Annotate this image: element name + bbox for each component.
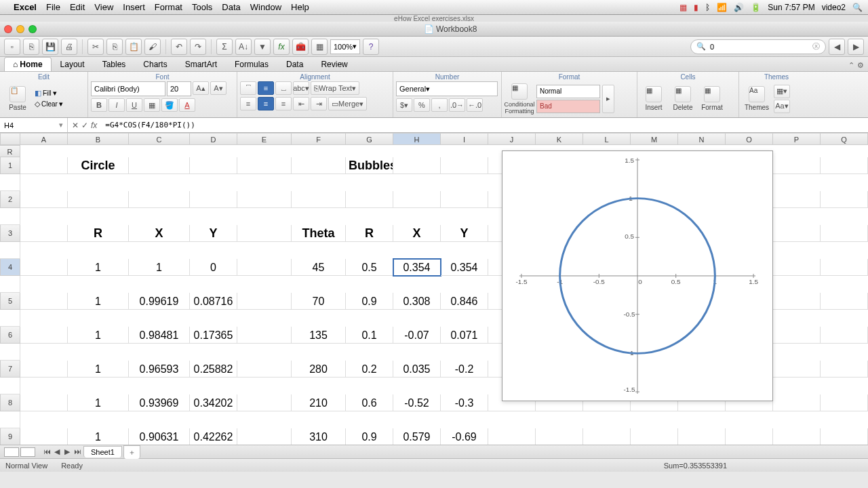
cell-J9[interactable] (488, 428, 536, 445)
cell-F5[interactable]: 70 (292, 293, 346, 310)
theme-fonts-button[interactable]: Aa▾ (774, 100, 790, 113)
row-header-5[interactable]: 5 (0, 293, 20, 310)
tab-home[interactable]: ⌂Home (4, 57, 52, 71)
col-header-F[interactable]: F (292, 133, 346, 145)
cell-F4[interactable]: 45 (292, 259, 346, 276)
cell-D2[interactable] (190, 191, 237, 208)
cell-H1[interactable] (393, 157, 441, 174)
cell-A4[interactable] (20, 259, 68, 276)
cell-F2[interactable] (292, 191, 346, 208)
autosum-button[interactable]: Σ (216, 39, 233, 55)
cell-H8[interactable]: -0.52 (393, 394, 441, 411)
cell-A1[interactable] (20, 157, 68, 174)
search-box[interactable]: 🔍 ⓧ (690, 39, 826, 54)
nav-prev-button[interactable]: ◀ (829, 39, 845, 55)
cell-R7[interactable] (0, 378, 20, 394)
cell-G9[interactable]: 0.9 (346, 428, 393, 445)
col-header-O[interactable]: O (726, 133, 773, 145)
cell-I4[interactable]: 0.354 (441, 259, 488, 276)
cell-Q5[interactable] (821, 293, 868, 310)
cell-C2[interactable] (129, 191, 190, 208)
tab-formulas[interactable]: Formulas (226, 57, 277, 71)
user-name[interactable]: video2 (822, 3, 846, 12)
cell-A7[interactable] (20, 361, 68, 378)
conditional-formatting-button[interactable]: ▦Conditional Formatting (505, 82, 534, 116)
fx-button[interactable]: fx (273, 39, 290, 55)
cell-D6[interactable]: 0.17365 (190, 327, 237, 344)
fill-color-button[interactable]: 🪣 (161, 98, 178, 112)
align-middle-button[interactable]: ≡ (258, 81, 274, 95)
cell-D9[interactable]: 0.42262 (190, 428, 237, 445)
cell-Q9[interactable] (821, 428, 868, 445)
cell-R5[interactable] (0, 310, 20, 327)
bold-button[interactable]: B (91, 98, 107, 112)
cell-E2[interactable] (237, 191, 292, 208)
cell-C5[interactable]: 0.99619 (129, 293, 190, 310)
cell-G3[interactable]: R (346, 225, 393, 242)
align-top-button[interactable]: ⎴ (240, 81, 256, 95)
tab-smartart[interactable]: SmartArt (176, 57, 226, 71)
cell-E1[interactable] (237, 157, 292, 174)
wifi-icon[interactable]: 📶 (717, 3, 727, 12)
page-layout-view-button[interactable] (20, 447, 35, 457)
col-header-G[interactable]: G (346, 133, 393, 145)
cell-F6[interactable]: 135 (292, 327, 346, 344)
cell-I8[interactable]: -0.3 (441, 394, 488, 411)
decrease-font-button[interactable]: A▾ (210, 81, 226, 95)
format-painter-button[interactable]: 🖌 (144, 39, 161, 55)
cell-F3[interactable]: Theta (292, 225, 346, 242)
open-button[interactable]: ⎘ (23, 39, 39, 55)
cancel-formula-icon[interactable]: ✕ (72, 121, 79, 130)
cell-I7[interactable]: -0.2 (441, 361, 488, 378)
cell-B9[interactable]: 1 (68, 428, 129, 445)
spotlight-icon[interactable]: 🔍 (852, 3, 863, 12)
close-window-button[interactable] (4, 25, 12, 33)
cell-Q3[interactable] (821, 225, 868, 242)
tab-charts[interactable]: Charts (134, 57, 176, 71)
undo-button[interactable]: ↶ (171, 39, 187, 55)
cell-C1[interactable] (129, 157, 190, 174)
col-header-Q[interactable]: Q (821, 133, 868, 145)
col-header-H[interactable]: H (393, 133, 441, 145)
cell-F9[interactable]: 310 (292, 428, 346, 445)
fx-icon[interactable]: fx (91, 121, 97, 130)
font-name-select[interactable]: Calibri (Body) (91, 81, 165, 96)
name-box[interactable]: H4 ▾ (0, 118, 68, 132)
col-header-P[interactable]: P (773, 133, 821, 145)
orientation-button[interactable]: abc▾ (293, 81, 309, 95)
menu-edit[interactable]: Edit (70, 2, 85, 12)
decrease-indent-button[interactable]: ⇤ (293, 97, 309, 110)
cell-F8[interactable]: 210 (292, 394, 346, 411)
cell-A3[interactable] (20, 225, 68, 242)
collapse-ribbon-icon[interactable]: ⌃ (848, 61, 854, 70)
theme-colors-button[interactable]: ▦▾ (774, 85, 790, 98)
cell-K9[interactable] (536, 428, 583, 445)
tab-data[interactable]: Data (277, 57, 312, 71)
cell-E9[interactable] (237, 428, 292, 445)
cell-P4[interactable] (773, 259, 821, 276)
col-header-I[interactable]: I (441, 133, 488, 145)
cell-G1[interactable]: Bubbles (346, 157, 393, 174)
percent-button[interactable]: % (414, 98, 430, 112)
cell-D7[interactable]: 0.25882 (190, 361, 237, 378)
paste-button[interactable]: 📋 (125, 39, 142, 55)
cell-Q4[interactable] (821, 259, 868, 276)
col-header-K[interactable]: K (536, 133, 583, 145)
cell-E3[interactable] (237, 225, 292, 242)
cell-H5[interactable]: 0.308 (393, 293, 441, 310)
borders-button[interactable]: ▦ (144, 98, 160, 112)
cell-P2[interactable] (773, 191, 821, 208)
search-input[interactable] (710, 43, 808, 51)
decrease-decimal-button[interactable]: ←.0 (467, 98, 483, 112)
first-sheet-button[interactable]: ⏮ (42, 447, 52, 456)
cell-R2[interactable] (0, 208, 20, 225)
cell-H6[interactable]: -0.07 (393, 327, 441, 344)
increase-decimal-button[interactable]: .0→ (449, 98, 465, 112)
cell-B8[interactable]: 1 (68, 394, 129, 411)
paste-bigbutton[interactable]: 📋Paste (3, 82, 33, 116)
cell-E8[interactable] (237, 394, 292, 411)
cell-A5[interactable] (20, 293, 68, 310)
menu-insert[interactable]: Insert (123, 2, 145, 12)
cell-P6[interactable] (773, 327, 821, 344)
col-header-B[interactable]: B (68, 133, 129, 145)
